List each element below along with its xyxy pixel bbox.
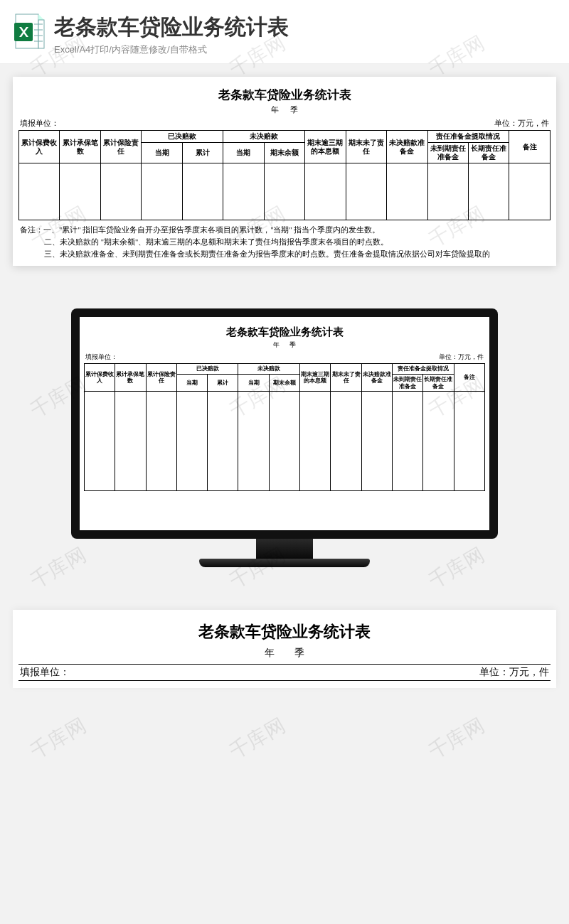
th-unliab: 期末未了责任 bbox=[346, 131, 386, 163]
notes-block: 备注：一、"累计" 指旧车贷险业务自开办至报告季度末各项目的累计数，"当期" 指… bbox=[18, 225, 551, 260]
th-settled-cur: 当期 bbox=[176, 374, 207, 391]
th-cum-count: 累计承保笔数 bbox=[115, 364, 146, 392]
th-settled-cum: 累计 bbox=[208, 374, 238, 391]
th-draw-group: 责任准备金提取情况 bbox=[392, 364, 454, 375]
page-title: 老条款车贷险业务统计表 bbox=[54, 13, 555, 42]
unit-label: 单位：万元，件 bbox=[439, 353, 484, 362]
th-pending-bal: 期末余额 bbox=[264, 143, 304, 163]
sheet-preview-cropped: 老条款车贷险业务统计表 年 季 填报单位： 单位：万元，件 bbox=[13, 610, 556, 688]
th-pending-cur: 当期 bbox=[238, 374, 269, 391]
table-row bbox=[85, 392, 485, 491]
period-year-label: 年 bbox=[273, 341, 280, 348]
monitor-base bbox=[199, 559, 370, 567]
monitor-bezel: 老条款车贷险业务统计表 年 季 填报单位： 单位：万元，件 累计保费收入 bbox=[71, 308, 498, 539]
th-draw-unearned: 未到期责任准备金 bbox=[427, 143, 468, 163]
th-remark: 备注 bbox=[509, 131, 551, 163]
excel-file-icon bbox=[14, 13, 46, 50]
monitor-screen: 老条款车贷险业务统计表 年 季 填报单位： 单位：万元，件 累计保费收入 bbox=[80, 317, 489, 530]
notes-prefix: 备注： bbox=[20, 226, 43, 234]
th-settled-group: 已决赔款 bbox=[176, 364, 238, 375]
th-settled-cum: 累计 bbox=[182, 143, 223, 163]
note-3: 三、未决赔款准备金、未到期责任准备金或长期责任准备金为报告季度末的时点数。责任准… bbox=[20, 249, 549, 261]
th-settled-group: 已决赔款 bbox=[142, 131, 223, 143]
th-pending-group: 未决赔款 bbox=[223, 131, 305, 143]
statistics-table: 累计保费收入 累计承保笔数 累计保险责任 已决赔款 未决赔款 期末逾三期的本息额… bbox=[18, 130, 551, 220]
sheet-title: 老条款车贷险业务统计表 bbox=[84, 326, 485, 339]
sheet-preview-panel: 老条款车贷险业务统计表 年 季 填报单位： 单位：万元，件 累计保费收入 累计承… bbox=[13, 77, 556, 266]
statistics-table: 累计保费收入 累计承保笔数 累计保险责任 已决赔款 未决赔款 期末逾三期的本息额… bbox=[84, 363, 485, 491]
reporting-unit-label: 填报单位： bbox=[85, 353, 117, 362]
unit-label: 单位：万元，件 bbox=[494, 118, 549, 129]
th-reserve: 未决赔款准备金 bbox=[361, 364, 392, 392]
period-year-label: 年 bbox=[271, 105, 279, 114]
th-pending-bal: 期末余额 bbox=[269, 374, 299, 391]
th-pending-cur: 当期 bbox=[223, 143, 264, 163]
th-overdue: 期末逾三期的本息额 bbox=[305, 131, 346, 163]
th-cum-premium: 累计保费收入 bbox=[85, 364, 115, 392]
page-subtitle: Excel/A4打印/内容随意修改/自带格式 bbox=[54, 43, 555, 56]
sheet-period: 年 季 bbox=[18, 104, 551, 115]
th-overdue: 期末逾三期的本息额 bbox=[300, 364, 331, 392]
svg-marker-1 bbox=[38, 14, 44, 20]
sheet-title: 老条款车贷险业务统计表 bbox=[18, 87, 551, 103]
watermark-text: 千库网 bbox=[424, 712, 489, 765]
watermark-text: 千库网 bbox=[225, 712, 290, 765]
th-draw-group: 责任准备金提取情况 bbox=[427, 131, 509, 143]
reporting-unit-label: 填报单位： bbox=[20, 118, 59, 129]
note-2: 二、未决赔款的 "期末余额"、期末逾三期的本息额和期末未了责任均指报告季度末各项… bbox=[20, 237, 549, 249]
unit-label: 单位：万元，件 bbox=[479, 666, 549, 679]
reporting-unit-label: 填报单位： bbox=[20, 666, 70, 679]
page-header: 老条款车贷险业务统计表 Excel/A4打印/内容随意修改/自带格式 bbox=[0, 0, 569, 64]
th-unliab: 期末未了责任 bbox=[331, 364, 361, 392]
period-quarter-label: 季 bbox=[294, 648, 304, 658]
th-cum-liability: 累计保险责任 bbox=[146, 364, 176, 392]
sheet-period: 年 季 bbox=[84, 340, 485, 350]
th-reserve: 未决赔款准备金 bbox=[387, 131, 427, 163]
th-cum-liability: 累计保险责任 bbox=[100, 131, 141, 163]
th-draw-long: 长期责任准备金 bbox=[423, 374, 454, 391]
monitor-neck bbox=[256, 539, 313, 559]
period-quarter-label: 季 bbox=[290, 105, 298, 114]
th-remark: 备注 bbox=[454, 364, 484, 392]
th-draw-unearned: 未到期责任准备金 bbox=[392, 374, 422, 391]
th-cum-count: 累计承保笔数 bbox=[60, 131, 100, 163]
th-draw-long: 长期责任准备金 bbox=[468, 143, 509, 163]
note-1: 一、"累计" 指旧车贷险业务自开办至报告季度末各项目的累计数，"当期" 指当个季… bbox=[43, 226, 380, 234]
table-row bbox=[19, 163, 551, 220]
watermark-text: 千库网 bbox=[26, 712, 91, 765]
period-quarter-label: 季 bbox=[289, 341, 296, 348]
monitor-mockup: 老条款车贷险业务统计表 年 季 填报单位： 单位：万元，件 累计保费收入 bbox=[71, 308, 498, 567]
sheet-title: 老条款车贷险业务统计表 bbox=[18, 621, 551, 643]
th-pending-group: 未决赔款 bbox=[238, 364, 300, 375]
sheet-period: 年 季 bbox=[18, 647, 551, 660]
period-year-label: 年 bbox=[265, 648, 275, 658]
th-settled-cur: 当期 bbox=[142, 143, 182, 163]
th-cum-premium: 累计保费收入 bbox=[19, 131, 60, 163]
